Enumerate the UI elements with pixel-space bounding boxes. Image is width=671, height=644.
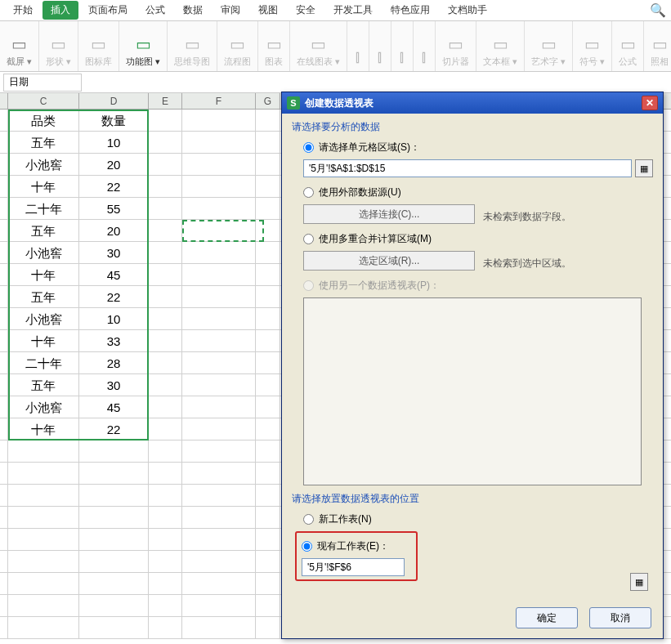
cell[interactable] (256, 242, 280, 263)
cell[interactable] (182, 330, 256, 351)
cell[interactable]: 小池窖 (8, 308, 79, 329)
tab-special[interactable]: 特色应用 (382, 1, 438, 20)
radio-cell-range[interactable]: 请选择单元格区域(S)： (303, 141, 653, 154)
cell[interactable] (149, 374, 182, 396)
cell[interactable] (182, 132, 256, 153)
cell[interactable] (79, 463, 149, 484)
cell[interactable] (149, 352, 182, 373)
cell[interactable] (8, 551, 79, 572)
cell[interactable] (149, 242, 182, 263)
cell[interactable] (182, 308, 256, 329)
col-header-e[interactable]: E (149, 93, 182, 109)
cell[interactable]: 小池窖 (8, 154, 79, 175)
close-icon[interactable]: ✕ (642, 96, 658, 110)
cell[interactable]: 28 (79, 352, 149, 373)
cell[interactable] (182, 396, 256, 418)
cell[interactable] (149, 551, 182, 572)
cell[interactable] (256, 551, 280, 572)
cell[interactable] (182, 551, 256, 572)
cell[interactable] (79, 485, 149, 506)
cell[interactable] (8, 617, 79, 638)
cell[interactable] (256, 463, 280, 484)
cell[interactable]: 五年 (8, 132, 79, 153)
cell[interactable] (149, 308, 182, 329)
search-icon[interactable]: 🔍 (650, 2, 666, 18)
cell[interactable] (79, 441, 149, 462)
radio-external[interactable]: 使用外部数据源(U) (303, 186, 653, 199)
cell[interactable] (149, 418, 182, 440)
tab-formula[interactable]: 公式 (137, 1, 173, 20)
cell[interactable] (149, 485, 182, 506)
cell[interactable]: 十年 (8, 418, 79, 440)
cell[interactable] (256, 154, 280, 175)
cell[interactable] (79, 529, 149, 550)
cell[interactable]: 30 (79, 242, 149, 263)
cell[interactable] (256, 286, 280, 307)
cell[interactable] (79, 595, 149, 616)
dialog-titlebar[interactable]: S 创建数据透视表 ✕ (282, 92, 663, 114)
location-picker-icon[interactable]: ▦ (630, 573, 648, 591)
tab-dev[interactable]: 开发工具 (325, 1, 381, 20)
cell[interactable] (149, 220, 182, 241)
cell[interactable]: 十年 (8, 176, 79, 197)
cell[interactable] (256, 529, 280, 550)
cell[interactable] (149, 286, 182, 307)
cell[interactable] (149, 154, 182, 175)
cell[interactable] (8, 573, 79, 594)
radio-existing-sheet-input[interactable] (302, 541, 312, 552)
existing-location-input[interactable] (302, 558, 405, 576)
cell[interactable]: 小池窖 (8, 396, 79, 418)
cell[interactable] (256, 220, 280, 241)
col-header-d[interactable]: D (79, 93, 149, 109)
cell[interactable]: 10 (79, 132, 149, 153)
cell[interactable] (182, 441, 256, 462)
range-input[interactable] (303, 159, 632, 177)
cell[interactable] (256, 573, 280, 594)
cell[interactable]: 五年 (8, 374, 79, 396)
tab-review[interactable]: 审阅 (212, 1, 248, 20)
cell[interactable] (182, 352, 256, 373)
tab-view[interactable]: 视图 (250, 1, 286, 20)
cell[interactable] (79, 507, 149, 528)
cell[interactable] (182, 176, 256, 197)
cell[interactable] (182, 418, 256, 440)
tab-data[interactable]: 数据 (175, 1, 211, 20)
cell[interactable]: 数量 (79, 110, 149, 131)
cell[interactable]: 55 (79, 198, 149, 219)
cell[interactable] (149, 573, 182, 594)
cell[interactable] (182, 595, 256, 616)
cell[interactable]: 十年 (8, 330, 79, 351)
cell[interactable] (149, 198, 182, 219)
cell[interactable] (149, 441, 182, 462)
cell[interactable] (182, 529, 256, 550)
name-box[interactable] (3, 74, 82, 92)
radio-new-sheet[interactable]: 新工作表(N) (303, 512, 653, 526)
col-header-c[interactable]: C (8, 93, 79, 109)
cell[interactable] (8, 485, 79, 506)
cell[interactable] (182, 485, 256, 506)
cell[interactable] (256, 308, 280, 329)
radio-new-sheet-input[interactable] (303, 514, 314, 525)
ribbon-功能图[interactable]: ▭功能图 ▾ (119, 21, 168, 71)
radio-cell-range-input[interactable] (303, 142, 314, 153)
tab-page-layout[interactable]: 页面布局 (80, 1, 136, 20)
range-picker-icon[interactable]: ▦ (635, 159, 653, 177)
cell[interactable] (182, 264, 256, 285)
cell[interactable] (149, 264, 182, 285)
cell[interactable] (182, 242, 256, 263)
cell[interactable] (256, 176, 280, 197)
cell[interactable] (8, 595, 79, 616)
cell[interactable]: 22 (79, 418, 149, 440)
radio-multi-input[interactable] (303, 234, 314, 244)
cell[interactable] (149, 396, 182, 418)
cell[interactable] (256, 198, 280, 219)
cell[interactable]: 22 (79, 286, 149, 307)
cell[interactable] (182, 154, 256, 175)
cell[interactable] (182, 220, 256, 241)
cell[interactable] (8, 463, 79, 484)
cell[interactable] (149, 176, 182, 197)
cell[interactable] (149, 529, 182, 550)
cell[interactable]: 五年 (8, 220, 79, 241)
cell[interactable] (256, 418, 280, 440)
tab-insert[interactable]: 插入 (42, 1, 78, 20)
